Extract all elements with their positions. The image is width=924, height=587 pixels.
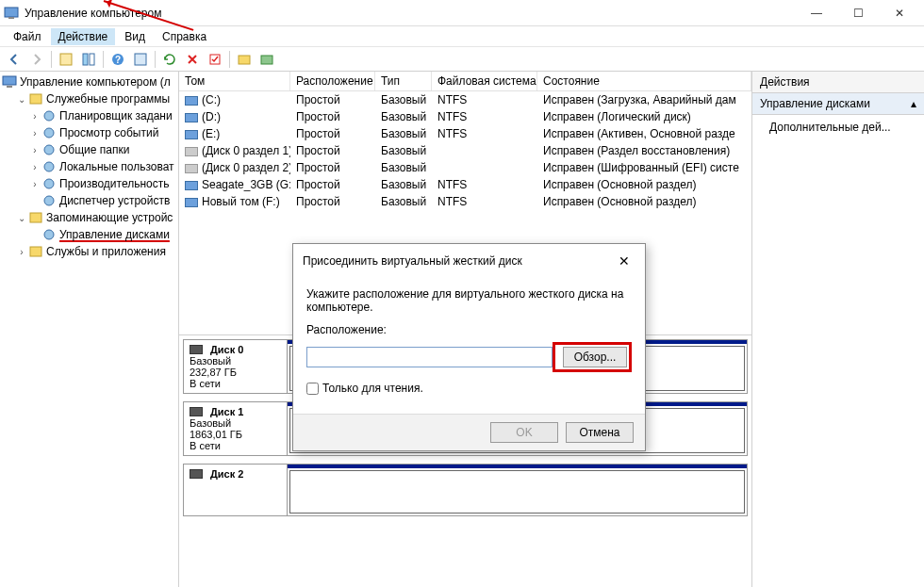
expand-icon[interactable]: › [28,128,41,139]
toolbar-icon[interactable] [234,49,255,70]
menu-help[interactable]: Справка [155,28,214,45]
back-button[interactable] [4,49,25,70]
col-state[interactable]: Состояние [537,72,751,90]
tree-label: Управление компьютером (л [20,75,171,89]
tree-item-label: Локальные пользоват [59,160,174,173]
volume-row[interactable]: (E:) ПростойБазовыйNTFSИсправен (Активен… [179,125,751,142]
toolbar-icon[interactable] [130,49,151,70]
col-filesystem[interactable]: Файловая система [432,72,537,90]
svg-point-17 [44,162,54,171]
location-input[interactable] [306,347,553,367]
svg-point-21 [44,230,54,239]
help-icon[interactable]: ? [107,49,128,70]
svg-point-19 [44,196,54,205]
tree-item[interactable]: › Общие папки [2,141,176,158]
disk-label: Диск 0 Базовый232,87 ГБВ сети [184,340,288,393]
volume-row[interactable]: (D:) ПростойБазовыйNTFSИсправен (Логичес… [179,108,751,125]
svg-rect-12 [7,86,12,88]
tree-item[interactable]: › Планировщик задани [2,107,176,124]
disk-icon [190,407,203,416]
svg-point-15 [44,128,54,138]
volume-row[interactable]: (C:) ПростойБазовыйNTFSИсправен (Загрузк… [179,91,751,108]
dialog-title: Присоединить виртуальный жесткий диск [303,254,522,268]
tree-item[interactable]: › Службы и приложения [2,243,176,260]
check-icon[interactable] [205,49,225,70]
tree-item[interactable]: ⌄ Запоминающие устройс [2,209,176,226]
cancel-button[interactable]: Отмена [566,422,634,443]
toolbar-icon[interactable] [78,49,99,70]
svg-rect-11 [3,76,16,85]
readonly-checkbox-row[interactable]: Только для чтения. [306,382,632,395]
svg-rect-2 [60,54,72,65]
drive-icon [185,164,198,173]
ok-button[interactable]: OK [490,422,558,443]
tree-item-icon [41,193,57,208]
drive-icon [185,130,198,139]
tree-item[interactable]: › Производительность [2,175,176,192]
expand-icon[interactable]: › [15,247,28,257]
col-volume[interactable]: Том [179,72,290,90]
expand-icon[interactable]: › [28,179,41,189]
tree-root[interactable]: Управление компьютером (л [2,73,176,90]
tree-item[interactable]: ⌄ Служебные программы [2,90,176,107]
col-type[interactable]: Тип [375,72,432,90]
tree-item-icon [28,244,43,259]
tree-item[interactable]: Управление дисками [2,226,176,243]
dialog-titlebar: Присоединить виртуальный жесткий диск ✕ [293,244,645,278]
disk-partitions [288,465,747,515]
menu-action[interactable]: Действие [51,28,116,45]
browse-highlight: Обзор... [553,342,632,372]
svg-point-18 [44,179,54,188]
expand-icon[interactable]: › [28,145,41,155]
window-controls: — ☐ ✕ [796,0,920,26]
actions-pane: Действия Управление дисками ▴ Дополнител… [752,72,924,587]
toolbar-icon[interactable] [256,49,277,70]
actions-section[interactable]: Управление дисками ▴ [752,93,924,115]
tree-item-icon [41,108,57,123]
actions-item-more[interactable]: Дополнительные дей... [752,115,924,139]
drive-icon [185,147,198,156]
tree-item[interactable]: › Просмотр событий [2,124,176,141]
drive-icon [185,113,198,122]
svg-rect-13 [30,94,41,104]
svg-point-16 [44,145,54,155]
expand-icon[interactable]: ⌄ [15,94,28,105]
minimize-button[interactable]: — [796,0,837,26]
computer-icon [2,74,17,90]
delete-icon[interactable] [182,49,203,70]
maximize-button[interactable]: ☐ [837,0,879,26]
volume-row[interactable]: Новый том (F:) ПростойБазовыйNTFSИсправе… [179,193,751,210]
tree-item-label: Общие папки [59,143,129,156]
volume-row[interactable]: (Диск 0 раздел 2) ПростойБазовыйИсправен… [179,159,751,176]
tree-item-icon [41,142,57,157]
menu-view[interactable]: Вид [117,28,153,45]
expand-icon[interactable]: › [28,162,41,172]
volume-row[interactable]: (Диск 0 раздел 1) ПростойБазовыйИсправен… [179,142,751,159]
tree-item-label: Диспетчер устройств [59,194,170,207]
tree-item[interactable]: › Локальные пользоват [2,158,176,175]
close-button[interactable]: ✕ [879,0,920,26]
readonly-checkbox[interactable] [306,383,319,395]
tree-item-label: Службы и приложения [46,245,166,258]
disk-row[interactable]: Диск 2 [183,464,748,516]
actions-section-label: Управление дисками [760,97,870,110]
browse-button[interactable]: Обзор... [563,347,627,367]
col-layout[interactable]: Расположение [290,72,375,90]
actions-header: Действия [752,72,924,93]
refresh-icon[interactable] [159,49,180,70]
tree-item[interactable]: Диспетчер устройств [2,192,176,209]
menu-file[interactable]: Файл [6,28,49,45]
tree-item-icon [41,227,57,242]
dialog-close-button[interactable]: ✕ [613,250,635,272]
tree-pane: Управление компьютером (л ⌄ Служебные пр… [0,72,179,587]
partition[interactable] [289,470,745,514]
volume-row[interactable]: Seagate_3GB (G:) ПростойБазовыйNTFSИспра… [179,176,751,193]
toolbar-icon[interactable] [56,49,76,70]
expand-icon[interactable]: ⌄ [15,213,28,223]
svg-rect-10 [261,56,272,64]
menubar: Файл Действие Вид Справка [0,26,924,47]
readonly-label: Только для чтения. [322,382,423,395]
expand-icon[interactable]: › [28,111,41,122]
svg-rect-3 [83,54,88,65]
forward-button[interactable] [26,49,47,70]
